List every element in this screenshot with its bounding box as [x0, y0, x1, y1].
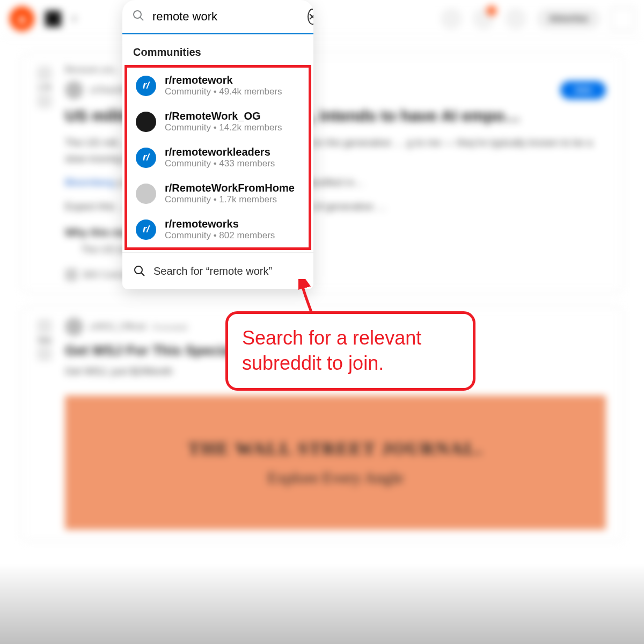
search-dropdown: Communities r/ r/remotework Community • …	[122, 0, 313, 289]
community-avatar: r/	[136, 148, 156, 168]
search-for-label: Search for “remote work”	[153, 265, 272, 277]
reddit-icon	[14, 11, 30, 26]
svg-point-2	[19, 18, 21, 20]
community-meta: Community • 433 members	[165, 158, 275, 169]
create-post-button[interactable]	[505, 8, 526, 30]
community-meta: Community • 14.2k members	[165, 122, 282, 133]
community-avatar	[136, 112, 156, 132]
community-result[interactable]: r/ r/remoteworks Community • 802 members	[127, 211, 309, 247]
advertise-button[interactable]: Advertise	[537, 9, 600, 29]
annotation-callout: Search for a relevant subreddit to join.	[225, 311, 475, 391]
community-name: r/RemoteWork_OG	[165, 110, 282, 122]
svg-point-4	[134, 11, 141, 18]
downvote-button[interactable]	[37, 346, 52, 361]
post-link[interactable]: Bloomberg	[65, 177, 114, 188]
search-icon	[133, 265, 146, 277]
search-input[interactable]	[152, 10, 300, 24]
notifications-button[interactable]: 0	[473, 8, 494, 30]
promoted-label: Promoted	[152, 323, 187, 332]
svg-point-1	[18, 16, 26, 24]
user-menu[interactable]	[611, 7, 634, 31]
svg-point-3	[23, 18, 25, 20]
community-result[interactable]: r/ r/remotework Community • 49.4k member…	[127, 68, 309, 104]
chevron-down-icon[interactable]: ▾	[72, 13, 77, 25]
reddit-logo[interactable]	[10, 6, 34, 31]
community-meta: Community • 1.7k members	[165, 194, 295, 205]
community-name: r/remoteworkleaders	[165, 146, 275, 158]
vote-column: 1.7k	[34, 64, 55, 111]
search-bar	[122, 0, 313, 34]
community-result[interactable]: r/RemoteWork_OG Community • 14.2k member…	[127, 104, 309, 140]
ad-title: THE WALL STREET JOURNAL.	[188, 438, 482, 459]
ad-banner[interactable]: THE WALL STREET JOURNAL. Explore Every A…	[65, 396, 606, 530]
post-body: The US mili…	[65, 137, 128, 148]
community-result[interactable]: r/RemoteWorkFromHome Community • 1.7k me…	[127, 175, 309, 211]
post-card: 1.7k Because you… u/OkamM… Join US milit…	[21, 54, 623, 292]
author[interactable]: u/WSJ_Official	[90, 322, 146, 332]
community-result[interactable]: r/ r/remoteworkleaders Community • 433 m…	[127, 140, 309, 175]
community-avatar: r/	[136, 219, 156, 240]
upvote-button[interactable]	[37, 319, 52, 334]
svg-point-8	[135, 266, 142, 274]
vote-count: 1.7k	[34, 83, 55, 91]
results-highlight-box: r/ r/remotework Community • 49.4k member…	[125, 65, 311, 250]
join-button[interactable]: Join	[560, 81, 606, 99]
community-name: r/remotework	[165, 74, 282, 86]
comment-icon	[65, 268, 78, 281]
communities-header: Communities	[122, 34, 313, 65]
upvote-button[interactable]	[37, 66, 52, 81]
community-avatar: r/	[136, 76, 156, 96]
community-name: r/RemoteWorkFromHome	[165, 182, 295, 194]
top-header: ▾ 0 Advertise	[0, 0, 644, 38]
author-avatar[interactable]	[65, 318, 83, 336]
ad-subtitle: Explore Every Angle	[267, 469, 403, 487]
author-avatar[interactable]	[65, 81, 83, 99]
annotation-text: Search for a relevant subreddit to join.	[242, 327, 421, 374]
community-meta: Community • 802 members	[165, 230, 275, 241]
search-icon	[132, 9, 145, 24]
notifications-badge: 0	[487, 6, 496, 16]
svg-line-9	[141, 273, 144, 276]
community-avatar	[136, 184, 156, 204]
vote-count: Vote	[34, 336, 55, 344]
clear-search-button[interactable]	[308, 9, 313, 25]
community-meta: Community • 49.4k members	[165, 86, 282, 97]
search-for-query[interactable]: Search for “remote work”	[122, 252, 313, 289]
chat-button[interactable]	[441, 8, 462, 30]
svg-line-5	[140, 17, 143, 20]
because-label: Because you…	[65, 65, 123, 75]
downvote-button[interactable]	[37, 93, 52, 108]
close-icon	[309, 13, 313, 20]
vote-column: Vote	[34, 317, 55, 363]
community-name: r/remoteworks	[165, 218, 275, 230]
home-icon[interactable]	[45, 11, 61, 27]
